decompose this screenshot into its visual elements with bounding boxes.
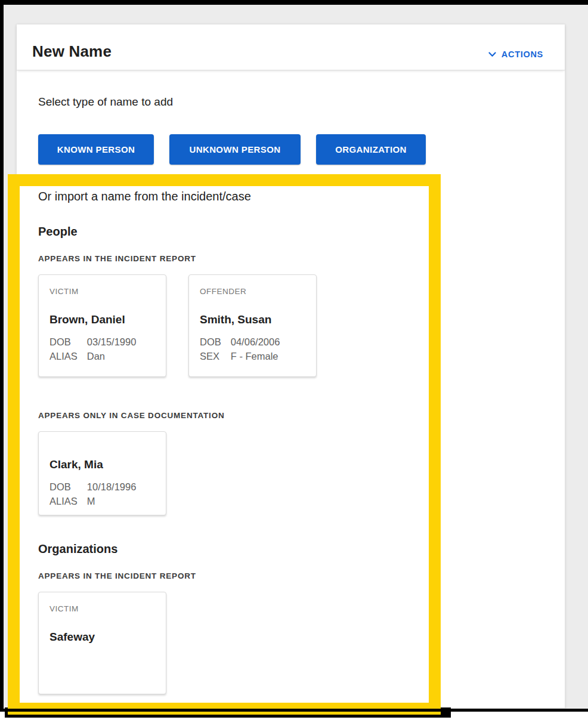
name-card[interactable]: OFFENDERSmith, SusanDOB04/06/2006SEXF - …	[188, 274, 317, 377]
card-fields: DOB03/15/1990ALIASDan	[49, 335, 155, 363]
select-type-prompt: Select type of name to add	[38, 95, 543, 109]
import-group: APPEARS ONLY IN CASE DOCUMENTATIONClark,…	[38, 411, 413, 515]
screenshot-frame-bottom	[0, 709, 588, 712]
card-name: Brown, Daniel	[49, 313, 155, 326]
import-name-panel: Or import a name from the incident/case …	[18, 185, 431, 704]
field-value: M	[87, 494, 155, 508]
cards-row: VICTIMBrown, DanielDOB03/15/1990ALIASDan…	[38, 274, 413, 377]
name-card[interactable]: Clark, MiaDOB10/18/1996ALIASM	[38, 431, 166, 515]
known-person-button[interactable]: KNOWN PERSON	[38, 134, 154, 165]
unknown-person-button[interactable]: UNKNOWN PERSON	[169, 134, 301, 165]
field-label: SEX	[200, 349, 221, 363]
import-section-heading: Organizations	[38, 542, 413, 556]
field-label: DOB	[49, 335, 78, 349]
group-label: APPEARS IN THE INCIDENT REPORT	[38, 571, 413, 581]
screenshot-frame-top	[0, 0, 588, 5]
panel-header: New Name ACTIONS	[17, 24, 565, 70]
actions-label: ACTIONS	[502, 50, 543, 59]
import-group: APPEARS IN THE INCIDENT REPORTVICTIMBrow…	[38, 254, 413, 377]
type-buttons-row: KNOWN PERSON UNKNOWN PERSON ORGANIZATION	[38, 134, 543, 165]
card-name: Safeway	[49, 631, 155, 644]
cards-row: VICTIMSafeway	[38, 592, 413, 694]
field-value: 03/15/1990	[87, 335, 155, 349]
name-card[interactable]: VICTIMBrown, DanielDOB03/15/1990ALIASDan	[38, 274, 166, 377]
import-title: Or import a name from the incident/case	[38, 190, 413, 203]
group-label: APPEARS IN THE INCIDENT REPORT	[38, 254, 413, 264]
card-name: Clark, Mia	[49, 458, 155, 471]
import-group: APPEARS IN THE INCIDENT REPORTVICTIMSafe…	[38, 571, 413, 694]
card-fields: DOB10/18/1996ALIASM	[49, 480, 155, 508]
field-label: DOB	[49, 480, 78, 494]
group-label: APPEARS ONLY IN CASE DOCUMENTATION	[38, 411, 413, 421]
actions-menu-button[interactable]: ACTIONS	[488, 50, 543, 59]
import-section-heading: People	[38, 224, 413, 239]
field-value: Dan	[87, 349, 155, 363]
field-value: 10/18/1996	[87, 480, 155, 494]
cards-row: Clark, MiaDOB10/18/1996ALIASM	[38, 431, 413, 515]
field-label: DOB	[200, 335, 221, 349]
organization-button[interactable]: ORGANIZATION	[316, 134, 426, 165]
card-fields: DOB04/06/2006SEXF - Female	[200, 335, 305, 363]
field-label: ALIAS	[49, 349, 78, 363]
page-title: New Name	[32, 42, 112, 61]
card-role-label: OFFENDER	[200, 287, 305, 298]
chevron-down-icon	[488, 52, 496, 57]
panel-body: Select type of name to add KNOWN PERSON …	[17, 70, 565, 165]
import-section: PeopleAPPEARS IN THE INCIDENT REPORTVICT…	[38, 224, 413, 515]
field-value: F - Female	[231, 349, 305, 363]
card-role-label: VICTIM	[49, 604, 155, 615]
import-sections: PeopleAPPEARS IN THE INCIDENT REPORTVICT…	[38, 224, 413, 694]
field-label: ALIAS	[49, 494, 78, 508]
import-section: OrganizationsAPPEARS IN THE INCIDENT REP…	[38, 542, 413, 694]
field-value: 04/06/2006	[231, 335, 305, 349]
card-name: Smith, Susan	[200, 313, 305, 326]
name-card[interactable]: VICTIMSafeway	[38, 592, 166, 694]
card-role-label: VICTIM	[49, 287, 155, 298]
screenshot-frame-left	[0, 0, 4, 712]
